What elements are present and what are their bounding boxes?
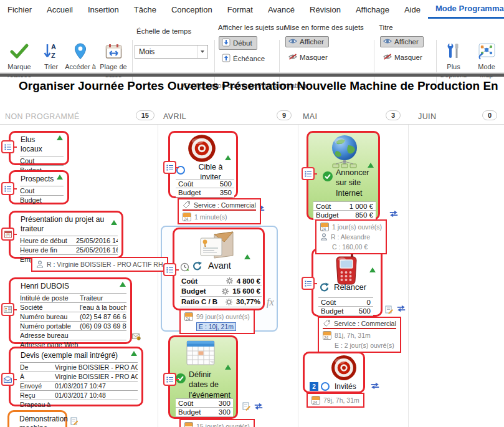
eye-off-icon: [383, 54, 392, 61]
card-elus-locaux[interactable]: Elus locaux Cout Budget: [9, 131, 69, 165]
card-demonstration-machine[interactable]: Démonstration machine: [7, 410, 67, 427]
ribbon-tab-bar: Fichier Accueil Insertion Tâche Concepti…: [0, 0, 504, 19]
budget-label: Budget: [181, 287, 222, 295]
cost-value: 500: [220, 180, 232, 188]
card-notes-cible: Service : Commercial 241 minute(s): [178, 198, 261, 224]
collapse-triangle-icon[interactable]: [244, 254, 250, 259]
timescale-combobox[interactable]: Mois: [135, 45, 208, 59]
card-handle-list-icon[interactable]: [163, 161, 176, 174]
title-show-button[interactable]: Afficher: [380, 36, 424, 47]
duration-text: 1 jour(s) ouvré(s): [332, 223, 382, 231]
tab-tache[interactable]: Tâche: [126, 0, 164, 19]
tab-affichage[interactable]: Affichage: [348, 0, 397, 19]
field-label: Numéro portable: [20, 322, 80, 330]
tools-icon: [446, 41, 461, 61]
combobox-arrow-icon[interactable]: [197, 46, 207, 58]
card-handle-list-icon[interactable]: [1, 182, 14, 195]
tag-icon: [183, 201, 191, 209]
card-handle-list-icon[interactable]: [163, 373, 176, 386]
card-handle-contact-icon[interactable]: [1, 303, 14, 316]
collapse-triangle-icon[interactable]: [57, 175, 63, 180]
collapse-triangle-icon[interactable]: [225, 365, 231, 370]
date-range-calendar-icon: [105, 41, 122, 61]
ribbon-separator: [214, 40, 215, 84]
field-label: Cout: [20, 157, 34, 165]
card-annoncer-internet[interactable]: Annoncersur siteInternet Coût1 000 € Bud…: [307, 131, 380, 220]
clock-icon: [180, 262, 189, 274]
cost-value: 0: [367, 299, 371, 306]
card-cible-a-inviter[interactable]: Cible àinviter Coût500 Budget350: [168, 131, 238, 198]
card-handle-list-icon[interactable]: [302, 277, 315, 290]
field-value: 25/05/2016 14:30: [76, 237, 118, 244]
collapse-triangle-icon[interactable]: [225, 155, 231, 160]
cal24-icon: 24: [311, 396, 320, 405]
field-label: Budget: [20, 196, 42, 204]
tab-aide[interactable]: Aide: [397, 0, 428, 19]
tab-format[interactable]: Format: [220, 0, 260, 19]
card-title: Devis (exemple mail intrégré): [21, 351, 131, 360]
title-hide-button[interactable]: Masquer: [380, 52, 427, 63]
card-definir-dates[interactable]: Définirdates del'événement Coût300 Budge…: [168, 335, 238, 419]
ratio-label: Ratio C / B: [181, 298, 226, 305]
column-divider: [408, 125, 409, 427]
budget-value: 500: [359, 307, 371, 315]
card-title: Présentation du projet au traiteur: [21, 215, 111, 234]
cost-table: Coût4 800 € Budget15 600 € Ratio C / B30…: [180, 276, 262, 307]
tab-insertion[interactable]: Insertion: [80, 0, 126, 19]
column-header-juin[interactable]: JUIN 0: [418, 110, 501, 123]
card-handle-meeting-icon[interactable]: [1, 228, 14, 241]
card-handle-list-icon[interactable]: [163, 263, 176, 276]
priority-badge: 2: [310, 382, 318, 391]
format-hide-button[interactable]: Masquer: [285, 52, 333, 63]
tab-conception[interactable]: Conception: [164, 0, 220, 19]
card-devis-mail[interactable]: Devis (exemple mail intrégré) DeVirginie…: [9, 347, 143, 406]
card-henri-dubois[interactable]: Henri DUBOIS Intitulé de posteTraiteur S…: [9, 277, 132, 344]
duration-text: 81j, 7h, 31m: [335, 332, 371, 339]
tab-revision[interactable]: Révision: [302, 0, 348, 19]
format-show-button[interactable]: Afficher: [285, 36, 329, 47]
target-image: [331, 355, 357, 383]
card-invites[interactable]: 2 Invités: [303, 352, 365, 393]
tab-accueil[interactable]: Accueil: [39, 0, 80, 19]
collapse-triangle-icon[interactable]: [120, 282, 126, 287]
due-toggle-button[interactable]: Échéance: [219, 52, 270, 65]
column-header-avril[interactable]: AVRIL 9: [163, 110, 295, 123]
collapse-triangle-icon[interactable]: [369, 267, 376, 272]
field-label: Intitulé de poste: [20, 294, 80, 302]
start-toggle-button[interactable]: Début: [219, 36, 257, 50]
target-image: [188, 134, 216, 165]
field-label: Heure de début: [20, 237, 76, 244]
column-header-non-programme[interactable]: NON PROGRAMMÉ 15: [5, 110, 158, 123]
tab-avance[interactable]: Avancé: [260, 0, 302, 19]
card-presentation-traiteur[interactable]: Présentation du projet au traiteur Heure…: [9, 211, 123, 259]
collapse-triangle-icon[interactable]: [111, 220, 117, 225]
tab-fichier[interactable]: Fichier: [0, 0, 39, 19]
card-handle-list-icon[interactable]: [1, 140, 14, 153]
refresh-icon: [319, 282, 329, 295]
cal24-icon: 24: [184, 422, 193, 427]
column-name: MAI: [303, 112, 317, 121]
column-header-mai[interactable]: MAI 3: [303, 110, 404, 123]
card-handle-envelope-icon[interactable]: [1, 373, 14, 386]
collapse-triangle-icon[interactable]: [368, 163, 374, 168]
column-count-badge: 9: [277, 110, 292, 120]
collapse-triangle-icon[interactable]: [57, 135, 63, 140]
column-divider: [298, 125, 298, 427]
sync-arrows-icon: [389, 209, 399, 221]
duration-text: 99 jour(s) ouvré(s): [196, 313, 250, 320]
svg-text:@: @: [138, 337, 141, 340]
title-show-label: Afficher: [394, 38, 419, 46]
card-avant[interactable]: Avant Coût4 800 € Budget15 600 € Ratio C…: [173, 228, 265, 310]
card-prospects[interactable]: Prospects Cout Budget: [9, 170, 69, 204]
status-ring-icon: [321, 382, 330, 391]
cal24-icon: 24: [183, 213, 191, 221]
ribbon-separator: [132, 40, 133, 84]
card-handle-list-icon[interactable]: [302, 167, 315, 180]
view-splitter[interactable]: [0, 74, 504, 77]
green-check-icon: [10, 41, 29, 61]
person-icon: [320, 233, 328, 241]
tab-mode-programmation[interactable]: Mode Programmation: [428, 0, 504, 19]
card-relancer[interactable]: Relancer Coût0 Budget500: [311, 248, 383, 317]
formula-fx-indicator: fx: [267, 297, 274, 308]
collapse-triangle-icon[interactable]: [131, 351, 137, 356]
